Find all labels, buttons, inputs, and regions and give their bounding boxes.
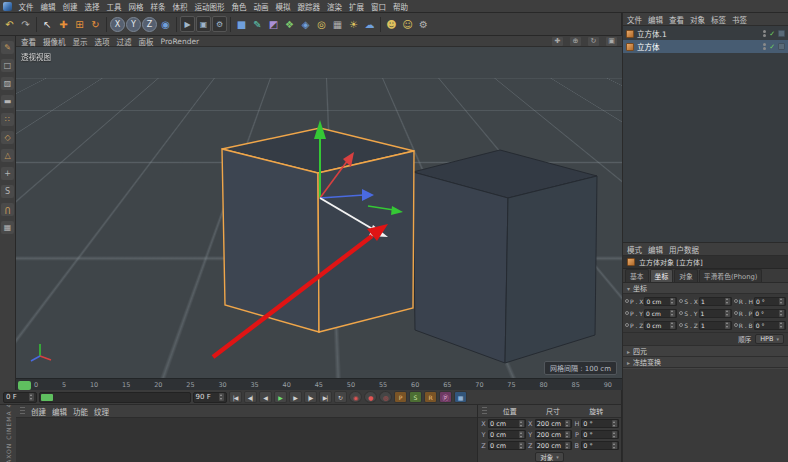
size-x-field[interactable]: 200 cm: [535, 419, 573, 428]
menu-edit[interactable]: 编辑: [37, 1, 59, 12]
menu-render[interactable]: 渲染: [324, 1, 346, 12]
menu-simulate[interactable]: 模拟: [272, 1, 294, 12]
menu-file[interactable]: 文件: [15, 1, 37, 12]
pz-field[interactable]: 0 cm: [644, 321, 677, 330]
coordinate-system-icon[interactable]: ◉: [158, 15, 173, 34]
menu-window[interactable]: 窗口: [368, 1, 390, 12]
make-editable-icon[interactable]: ✎: [1, 41, 14, 54]
cube-object-1-selected[interactable]: [222, 128, 414, 332]
current-frame-field[interactable]: 0 F: [3, 392, 37, 403]
object-row-cube-1[interactable]: 立方体.1 ✓: [623, 27, 788, 40]
keyframe-dot-icon[interactable]: [734, 323, 738, 327]
viewport-solo-icon[interactable]: S: [1, 185, 14, 198]
next-frame-button[interactable]: ▶: [289, 391, 302, 403]
stepper[interactable]: [612, 431, 617, 439]
vp-menu-panel[interactable]: 面板: [139, 36, 154, 47]
axis-mode-icon[interactable]: +: [1, 167, 14, 180]
timeline-slider[interactable]: [39, 392, 191, 403]
live-selection-icon[interactable]: ↖: [40, 15, 55, 34]
visibility-dots-icon[interactable]: [763, 43, 766, 50]
figure-icon[interactable]: ☻: [384, 15, 399, 34]
undo-icon[interactable]: ↶: [2, 15, 17, 34]
coordinates-section-header[interactable]: ▾ 坐标: [623, 283, 788, 294]
stepper[interactable]: [219, 393, 224, 401]
parameter-keys-toggle[interactable]: Ⓟ: [439, 391, 452, 403]
stepper[interactable]: [779, 297, 784, 305]
menu-volume[interactable]: 体积: [169, 1, 191, 12]
vp-menu-prorender[interactable]: ProRender: [161, 37, 200, 46]
pan-view-icon[interactable]: ✚: [552, 37, 563, 46]
om-menu-tags[interactable]: 标签: [711, 14, 726, 25]
camera-icon[interactable]: ▦: [330, 15, 345, 34]
object-name[interactable]: 立方体.1: [637, 28, 667, 39]
am-menu-edit[interactable]: 编辑: [648, 244, 663, 255]
position-y-field[interactable]: 0 cm: [488, 430, 526, 439]
materials-list-area[interactable]: [16, 418, 477, 462]
workplane-mode-icon[interactable]: ▬: [1, 95, 14, 108]
tab-coordinates[interactable]: 坐标: [650, 269, 674, 282]
pla-keys-toggle[interactable]: ▦: [454, 391, 467, 403]
tab-basic[interactable]: 基本: [625, 269, 649, 282]
texture-mode-icon[interactable]: ▨: [1, 77, 14, 90]
zoom-view-icon[interactable]: ⊕: [570, 37, 581, 46]
stepper[interactable]: [670, 309, 675, 317]
menu-create[interactable]: 创建: [59, 1, 81, 12]
redo-icon[interactable]: ↷: [18, 15, 33, 34]
coord-mode-dropdown[interactable]: 对象▾: [535, 452, 564, 462]
py-field[interactable]: 0 cm: [644, 309, 677, 318]
keyframe-dot-icon[interactable]: [625, 299, 629, 303]
size-y-field[interactable]: 200 cm: [535, 430, 573, 439]
stepper[interactable]: [779, 321, 784, 329]
menu-extensions[interactable]: 扩展: [346, 1, 368, 12]
am-menu-mode[interactable]: 模式: [627, 244, 642, 255]
rotation-keys-toggle[interactable]: R: [424, 391, 437, 403]
enabled-check-icon[interactable]: ✓: [769, 30, 775, 38]
primitive-cube-icon[interactable]: ■: [234, 15, 249, 34]
render-settings-icon[interactable]: ⚙: [212, 16, 227, 32]
enabled-check-icon[interactable]: ✓: [769, 43, 775, 51]
goto-start-button[interactable]: |◀: [229, 391, 242, 403]
subdivision-surface-icon[interactable]: ◩: [266, 15, 281, 34]
panel-grip-icon[interactable]: [482, 407, 487, 415]
stepper[interactable]: [670, 297, 675, 305]
settings-gear-icon[interactable]: ⚙: [416, 15, 431, 34]
keyframe-dot-icon[interactable]: [734, 311, 738, 315]
viewport[interactable]: 查看 摄像机 显示 选项 过滤 面板 ProRender ✚ ⊕ ↻ ▣ 透视视…: [16, 36, 622, 390]
y-axis-lock-button[interactable]: Y: [126, 17, 141, 32]
vp-menu-filter[interactable]: 过滤: [117, 36, 132, 47]
keyframe-dot-icon[interactable]: [679, 299, 683, 303]
render-picture-viewer-icon[interactable]: ▣: [196, 16, 211, 32]
timeline-ruler[interactable]: 0 5 10 15 20 25 30 35 40 45 50 55 60 65 …: [16, 378, 622, 390]
keyframe-dot-icon[interactable]: [625, 311, 629, 315]
position-keys-toggle[interactable]: P: [394, 391, 407, 403]
sy-field[interactable]: 1: [699, 309, 732, 318]
menu-tools[interactable]: 工具: [103, 1, 125, 12]
vp-menu-display[interactable]: 显示: [73, 36, 88, 47]
rotation-b-field[interactable]: 0 °: [581, 441, 619, 450]
goto-end-button[interactable]: ▶|: [319, 391, 332, 403]
menu-mesh[interactable]: 网格: [125, 1, 147, 12]
am-menu-userdata[interactable]: 用户数据: [669, 244, 699, 255]
keyframe-dot-icon[interactable]: [734, 299, 738, 303]
px-field[interactable]: 0 cm: [644, 297, 677, 306]
rotate-view-icon[interactable]: ↻: [588, 37, 599, 46]
position-z-field[interactable]: 0 cm: [488, 441, 526, 450]
stepper[interactable]: [519, 431, 524, 439]
materials-menu-edit[interactable]: 编辑: [52, 406, 67, 417]
rp-field[interactable]: 0 °: [753, 309, 786, 318]
next-key-button[interactable]: |▶: [304, 391, 317, 403]
timeline-slider-handle[interactable]: [41, 394, 53, 401]
stepper[interactable]: [612, 420, 617, 428]
keyframe-dot-icon[interactable]: [679, 323, 683, 327]
vp-menu-view[interactable]: 查看: [21, 36, 36, 47]
record-keyframe-button[interactable]: ◉: [349, 391, 362, 403]
om-menu-view[interactable]: 查看: [669, 14, 684, 25]
render-view-icon[interactable]: ▶: [180, 16, 195, 32]
autokey-button[interactable]: ●: [364, 391, 377, 403]
rotate-tool-icon[interactable]: ↻: [88, 15, 103, 34]
om-menu-file[interactable]: 文件: [627, 14, 642, 25]
move-tool-icon[interactable]: ✚: [56, 15, 71, 34]
polygons-mode-icon[interactable]: △: [1, 149, 14, 162]
object-row-cube-selected[interactable]: 立方体 ✓: [623, 40, 788, 53]
keyframe-dot-icon[interactable]: [679, 311, 683, 315]
